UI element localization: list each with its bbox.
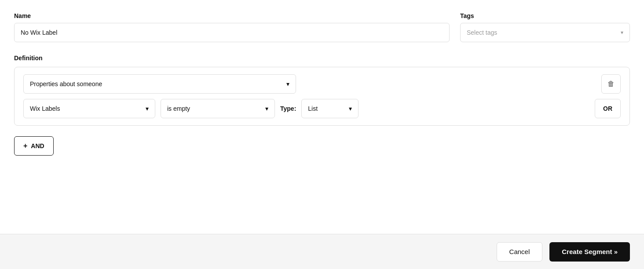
or-button[interactable]: OR — [595, 99, 621, 118]
wix-labels-select[interactable]: Wix Labels — [23, 99, 155, 118]
tags-select[interactable]: Select tags — [460, 23, 630, 42]
tags-chevron-icon — [621, 29, 623, 36]
definition-label: Definition — [14, 55, 630, 62]
and-label: AND — [31, 142, 44, 149]
footer-bar: Cancel Create Segment » — [0, 234, 644, 269]
properties-chevron-icon — [286, 80, 289, 87]
condition-select[interactable]: is empty — [161, 99, 275, 118]
cancel-button[interactable]: Cancel — [497, 242, 543, 262]
type-chevron-icon — [349, 105, 352, 112]
trash-icon: 🗑 — [607, 80, 615, 88]
plus-icon: + — [23, 142, 27, 150]
type-value: List — [308, 105, 318, 112]
type-label: Type: — [280, 105, 296, 112]
condition-chevron-icon — [265, 105, 268, 112]
condition-value: is empty — [167, 105, 190, 112]
create-segment-button[interactable]: Create Segment » — [549, 242, 630, 262]
wix-labels-chevron-icon — [146, 105, 149, 112]
name-label: Name — [14, 12, 450, 19]
tags-label: Tags — [460, 12, 630, 19]
name-input[interactable] — [14, 23, 450, 42]
definition-card: Properties about someone 🗑 Wix Labels is… — [14, 67, 630, 126]
type-select[interactable]: List — [301, 99, 359, 118]
and-button[interactable]: + AND — [14, 136, 54, 156]
properties-value: Properties about someone — [30, 80, 102, 87]
tags-placeholder: Select tags — [467, 29, 497, 36]
delete-button[interactable]: 🗑 — [601, 74, 621, 94]
wix-labels-value: Wix Labels — [30, 105, 60, 112]
properties-select[interactable]: Properties about someone — [23, 74, 296, 94]
definition-row-1: Properties about someone 🗑 — [23, 74, 621, 94]
definition-row-2: Wix Labels is empty Type: List OR — [23, 99, 621, 118]
